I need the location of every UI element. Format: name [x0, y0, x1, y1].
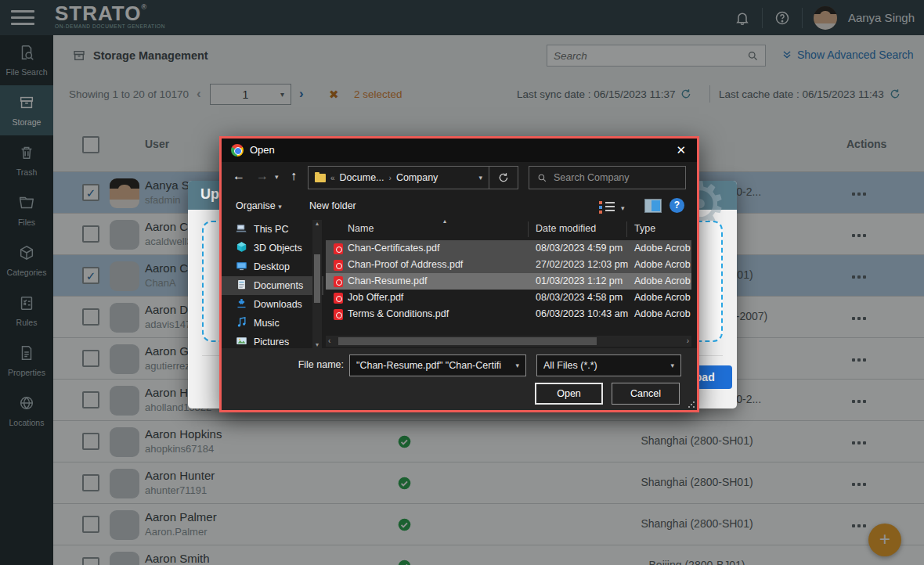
pdf-file-icon [334, 260, 343, 271]
tree-item-this-pc[interactable]: This PC [222, 220, 323, 239]
refresh-icon[interactable] [489, 166, 518, 189]
open-button[interactable]: Open [535, 383, 603, 405]
down-icon [236, 297, 247, 311]
file-row[interactable]: Chan-Resume.pdf01/03/2023 1:12 pmAdobe A… [326, 273, 691, 290]
scrollbar-thumb[interactable] [338, 337, 597, 345]
file-rows: Chan-Certificates.pdf08/03/2023 4:59 pmA… [326, 240, 691, 322]
file-date-modified: 08/03/2023 4:59 pm [536, 240, 623, 257]
resize-grip[interactable] [688, 401, 695, 408]
file-date-modified: 06/03/2023 10:43 am [536, 306, 628, 322]
tree-item-label: Pictures [254, 336, 289, 347]
view-options-chevron-icon[interactable]: ▾ [621, 204, 625, 212]
file-name: Terms & Conditions.pdf [348, 306, 449, 322]
file-row[interactable]: Chan-Proof of Address.pdf27/02/2023 12:0… [326, 257, 691, 273]
file-name: Chan-Resume.pdf [348, 273, 427, 290]
preview-pane-icon[interactable] [644, 199, 662, 213]
file-row[interactable]: Job Offer.pdf08/03/2023 4:58 pmAdobe Acr… [326, 290, 691, 306]
dialog-footer: File name: "Chan-Resume.pdf" "Chan-Certi… [222, 348, 697, 410]
strato-app: STRATO® On-Demand Document Generation Aa… [0, 0, 924, 565]
file-name-combobox[interactable]: "Chan-Resume.pdf" "Chan-Certifi▾ [349, 354, 526, 376]
tree-item-label: Music [254, 318, 280, 329]
tree-item-desktop[interactable]: Desktop [222, 257, 323, 276]
file-type-select[interactable]: All Files (*.*)▾ [536, 354, 681, 376]
scroll-up-icon[interactable]: ▴ [312, 220, 322, 227]
file-type: Adobe Acrob [634, 273, 691, 290]
pdf-file-icon [334, 293, 343, 304]
dialog-search-box[interactable]: Search Company [529, 166, 686, 189]
chevron-down-icon[interactable]: ▾ [478, 174, 482, 182]
scroll-down-icon[interactable]: ▾ [312, 341, 322, 348]
pc-icon [236, 222, 247, 236]
cancel-button[interactable]: Cancel [612, 383, 680, 405]
file-date-modified: 08/03/2023 4:58 pm [536, 290, 623, 306]
tree-item-label: Downloads [254, 299, 302, 310]
breadcrumb-separator: › [389, 174, 392, 182]
breadcrumb-overflow[interactable]: « [330, 174, 335, 182]
file-type: Adobe Acrob [634, 306, 691, 322]
back-arrow-icon[interactable]: ← [233, 169, 245, 183]
new-folder-button[interactable]: New folder [309, 200, 356, 211]
file-date-modified: 01/03/2023 1:12 pm [536, 273, 623, 290]
up-arrow-icon[interactable]: ↑ [291, 169, 297, 183]
horizontal-scrollbar[interactable]: ‹ › [326, 336, 691, 347]
chevron-down-icon: ▾ [515, 362, 519, 369]
file-list: ▴ Name Date modified Type Chan-Certifica… [326, 220, 691, 336]
desktop-icon [236, 260, 247, 274]
dialog-search-placeholder: Search Company [554, 172, 630, 183]
file-type: Adobe Acrob [634, 240, 691, 257]
chevron-down-icon: ▾ [278, 203, 282, 211]
details-view-icon[interactable] [599, 200, 615, 214]
tree-item-downloads[interactable]: Downloads [222, 295, 323, 314]
file-name: Job Offer.pdf [348, 290, 403, 306]
breadcrumb-part[interactable]: Company [396, 172, 439, 183]
scroll-right-icon[interactable]: › [687, 336, 689, 345]
file-row[interactable]: Chan-Certificates.pdf08/03/2023 4:59 pmA… [326, 240, 691, 257]
tree-item-music[interactable]: Music [222, 314, 323, 333]
chevron-down-icon: ▾ [670, 362, 674, 369]
dialog-help-icon[interactable]: ? [670, 198, 684, 213]
folder-icon [315, 174, 326, 182]
recent-locations-icon[interactable]: ▾ [275, 173, 279, 181]
address-breadcrumb[interactable]: « Docume... › Company ▾ [308, 166, 489, 189]
doc-icon [236, 279, 247, 293]
sort-caret-icon: ▴ [443, 220, 446, 225]
pic-icon [236, 335, 247, 348]
file-name: Chan-Certificates.pdf [348, 240, 439, 257]
dialog-title-bar[interactable]: Open ✕ [222, 139, 697, 162]
tree-item-label: Documents [254, 280, 303, 291]
tree-item-pictures[interactable]: Pictures [222, 333, 323, 348]
file-column-name[interactable]: Name [348, 223, 374, 234]
scroll-left-icon[interactable]: ‹ [328, 336, 330, 345]
file-column-type[interactable]: Type [634, 223, 655, 234]
pdf-file-icon [334, 309, 343, 320]
tree-item-label: Desktop [254, 261, 290, 272]
scrollbar-thumb[interactable] [314, 254, 320, 303]
dialog-toolbar: Organise ▾ New folder ▾ ? [222, 195, 697, 220]
folder-tree: This PC3D ObjectsDesktopDocumentsDownloa… [222, 220, 323, 348]
file-name-label: File name: [281, 359, 344, 370]
cube-icon [236, 241, 247, 255]
tree-item-documents[interactable]: Documents [222, 276, 323, 295]
tree-item-label: 3D Objects [254, 243, 302, 254]
tree-item-3d-objects[interactable]: 3D Objects [222, 239, 323, 257]
file-name: Chan-Proof of Address.pdf [348, 257, 463, 273]
tree-item-label: This PC [254, 224, 288, 235]
music-icon [236, 316, 247, 330]
open-file-dialog: Open ✕ ← → ▾ ↑ « Docume... › Company ▾ S… [219, 136, 699, 412]
pdf-file-icon [334, 243, 343, 254]
pdf-file-icon [334, 276, 343, 287]
search-icon [537, 173, 547, 183]
file-type: Adobe Acrob [634, 257, 691, 273]
breadcrumb-part[interactable]: Docume... [340, 172, 384, 183]
chrome-icon [231, 144, 244, 157]
dialog-nav-bar: ← → ▾ ↑ « Docume... › Company ▾ Search C… [222, 162, 697, 193]
forward-arrow-icon[interactable]: → [256, 169, 269, 183]
organise-menu[interactable]: Organise ▾ [236, 200, 282, 211]
close-icon[interactable]: ✕ [676, 143, 686, 157]
dialog-title: Open [250, 144, 275, 156]
file-type: Adobe Acrob [634, 290, 691, 306]
file-date-modified: 27/02/2023 12:03 pm [536, 257, 628, 273]
file-column-date[interactable]: Date modified [536, 223, 596, 234]
tree-scrollbar[interactable]: ▴ ▾ [312, 220, 322, 348]
file-row[interactable]: Terms & Conditions.pdf06/03/2023 10:43 a… [326, 306, 691, 322]
